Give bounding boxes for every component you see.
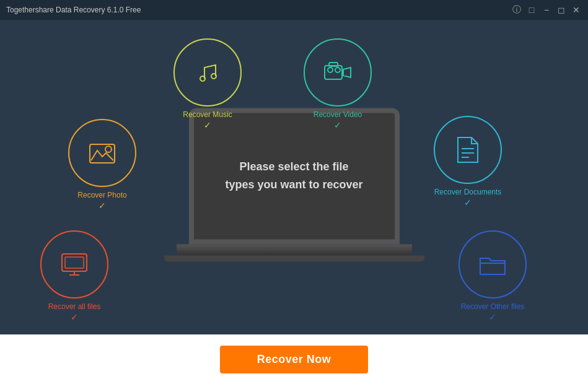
close-button[interactable]: ✕	[571, 4, 582, 15]
music-circle	[173, 38, 242, 107]
svg-rect-15	[65, 257, 84, 268]
bottom-bar: Recover Now	[0, 334, 588, 384]
recover-now-button[interactable]: Recover Now	[220, 346, 369, 373]
maximize-button[interactable]: ◻	[556, 4, 567, 15]
main-area: Please select the file types you want to…	[0, 20, 588, 334]
docs-label: Recover Documents	[434, 188, 502, 196]
photo-item[interactable]: Recover Photo ✓	[68, 119, 136, 211]
icons-area: Please select the file types you want to…	[0, 20, 588, 334]
other-files-item[interactable]: Recover Other files ✓	[459, 230, 527, 322]
other-label: Recover Other files	[461, 302, 525, 311]
all-circle	[40, 230, 108, 299]
all-label: Recover all files	[48, 302, 101, 311]
music-label: Recover Music	[183, 110, 232, 119]
svg-rect-12	[62, 254, 87, 271]
window-controls: ⓘ □ − ◻ ✕	[511, 4, 582, 15]
svg-point-3	[328, 68, 333, 72]
photo-check: ✓	[99, 201, 106, 211]
video-circle	[304, 38, 372, 107]
video-check: ✓	[334, 120, 341, 130]
other-check: ✓	[489, 312, 496, 322]
music-check: ✓	[204, 120, 211, 130]
app-title: Togethershare Data Recovery 6.1.0 Free	[6, 6, 141, 14]
music-item[interactable]: Recover Music ✓	[173, 38, 242, 130]
documents-item[interactable]: Recover Documents ✓	[434, 116, 502, 207]
minimize-button[interactable]: −	[541, 4, 552, 15]
svg-marker-6	[343, 68, 351, 77]
laptop-screen-text: Please select the file types you want to…	[219, 152, 369, 201]
svg-point-4	[335, 68, 340, 72]
other-circle	[459, 230, 527, 299]
all-check: ✓	[71, 312, 78, 322]
laptop-display: Please select the file types you want to…	[164, 108, 424, 261]
photo-label: Recover Photo	[77, 191, 126, 199]
info-button[interactable]: ⓘ	[511, 4, 522, 15]
svg-rect-5	[329, 63, 338, 66]
title-bar: Togethershare Data Recovery 6.1.0 Free ⓘ…	[0, 0, 588, 20]
monitor-button[interactable]: □	[526, 4, 537, 15]
all-files-item[interactable]: Recover all files ✓	[40, 230, 108, 322]
laptop-base	[177, 244, 412, 255]
svg-point-8	[105, 146, 112, 152]
laptop-stand	[164, 255, 424, 261]
video-label: Recover Video	[314, 110, 362, 119]
docs-check: ✓	[464, 198, 472, 207]
video-item[interactable]: Recover Video ✓	[304, 38, 372, 130]
docs-circle	[434, 116, 502, 184]
photo-circle	[68, 119, 136, 187]
